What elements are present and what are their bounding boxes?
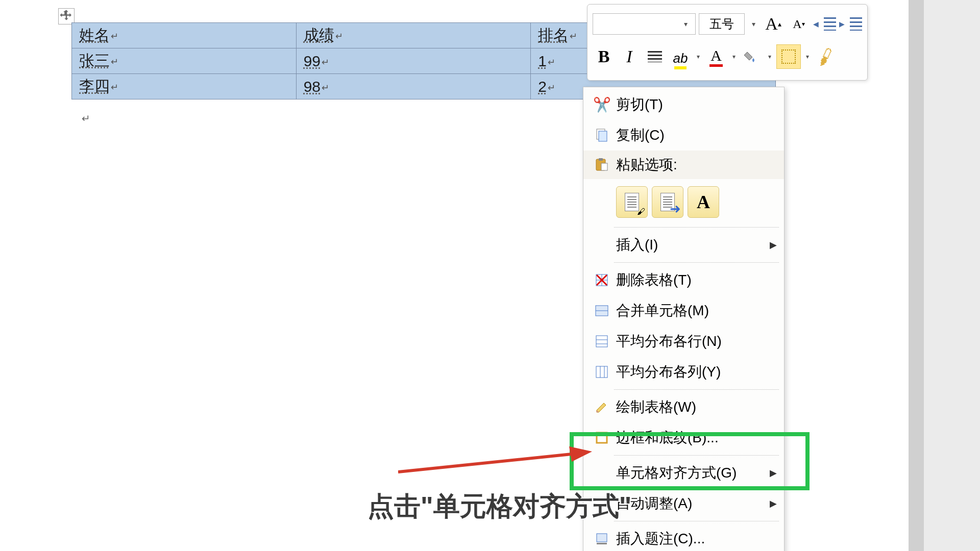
chevron-down-icon[interactable]: ▾ <box>680 20 691 28</box>
scissors-icon: ✂️ <box>587 96 616 113</box>
table-cell: 1 <box>538 53 547 69</box>
paste-keep-source-button[interactable]: 🖌 <box>616 186 648 218</box>
menu-label: 平均分布各列(Y) <box>616 362 777 382</box>
menu-label: 剪切(T) <box>616 95 777 114</box>
chevron-down-icon[interactable]: ▾ <box>730 44 738 69</box>
menu-distribute-rows[interactable]: 平均分布各行(N) <box>583 326 784 357</box>
menu-borders-shading[interactable]: 边框和底纹(B)... <box>583 422 784 453</box>
paragraph-mark: ↵ <box>335 31 343 41</box>
paragraph-mark: ↵ <box>111 31 118 41</box>
svg-rect-21 <box>597 543 607 544</box>
chevron-right-icon: ▶ <box>770 467 777 479</box>
italic-button[interactable]: I <box>618 44 641 69</box>
increase-indent-button[interactable]: ▶ <box>839 11 862 37</box>
distribute-rows-icon <box>587 334 616 348</box>
menu-distribute-cols[interactable]: 平均分布各列(Y) <box>583 357 784 387</box>
menu-insert[interactable]: 插入(I) ▶ <box>583 230 784 260</box>
clipboard-icon <box>587 157 616 172</box>
borders-icon <box>587 431 616 445</box>
paste-text-only-button[interactable]: A <box>688 186 719 218</box>
chevron-right-icon: ▶ <box>770 239 777 251</box>
svg-rect-18 <box>597 433 607 443</box>
shading-button[interactable] <box>741 44 763 69</box>
menu-cell-alignment[interactable]: 单元格对齐方式(G) ▶ <box>583 458 784 488</box>
decrease-indent-button[interactable]: ◀ <box>813 11 836 37</box>
menu-copy[interactable]: 复制(C) <box>583 120 784 151</box>
menu-label: 边框和底纹(B)... <box>616 428 777 447</box>
menu-label: 自动调整(A) <box>616 494 770 513</box>
menu-cut[interactable]: ✂️ 剪切(T) <box>583 89 784 120</box>
font-size-combo[interactable]: 五号 <box>699 13 745 35</box>
merge-cells-icon <box>587 304 616 318</box>
pencil-icon <box>587 400 616 414</box>
svg-rect-3 <box>599 158 603 161</box>
menu-label: 平均分布各行(N) <box>616 332 777 351</box>
table-header-cell: 姓名 <box>79 27 110 43</box>
grow-font-button[interactable]: A▴ <box>762 11 785 37</box>
menu-separator <box>614 455 779 456</box>
copy-icon <box>587 128 616 142</box>
chevron-down-icon[interactable]: ▾ <box>766 44 773 69</box>
menu-separator <box>614 521 779 521</box>
table-cell: 李四 <box>79 78 110 94</box>
chevron-down-icon[interactable]: ▾ <box>804 44 811 69</box>
page-edge-shadow <box>909 0 924 551</box>
menu-label: 单元格对齐方式(G) <box>616 463 770 483</box>
svg-rect-12 <box>596 336 607 347</box>
table-cell: 98 <box>304 78 321 95</box>
chevron-right-icon: ▶ <box>770 498 777 509</box>
menu-delete-table[interactable]: 删除表格(T) <box>583 265 784 295</box>
shrink-font-button[interactable]: A▾ <box>788 11 810 37</box>
svg-rect-15 <box>596 366 607 378</box>
context-menu: ✂️ 剪切(T) 复制(C) 粘贴选项: 🖌 ➜ A 插入(I) ▶ <box>583 87 785 551</box>
paragraph-mark: ↵ <box>82 112 90 124</box>
menu-merge-cells[interactable]: 合并单元格(M) <box>583 295 784 326</box>
menu-separator <box>614 389 779 390</box>
paste-merge-button[interactable]: ➜ <box>652 186 683 218</box>
chevron-down-icon[interactable]: ▾ <box>695 44 702 69</box>
menu-label: 复制(C) <box>616 126 777 145</box>
table-cell: 张三 <box>79 52 110 69</box>
font-color-swatch <box>709 64 723 67</box>
svg-rect-20 <box>597 534 607 542</box>
letter-a-icon: A <box>697 191 710 213</box>
arrow-icon: ➜ <box>670 201 681 217</box>
delete-table-icon <box>587 273 616 287</box>
menu-separator <box>614 262 779 263</box>
table-header-cell: 排名 <box>538 27 569 43</box>
align-center-button[interactable] <box>644 44 666 69</box>
bold-button[interactable]: B <box>593 44 615 69</box>
format-painter-button[interactable]: 🖌 <box>814 44 837 69</box>
menu-label: 粘贴选项: <box>616 155 777 174</box>
paste-options-row: 🖌 ➜ A <box>583 179 784 225</box>
caption-icon <box>587 532 616 546</box>
svg-rect-4 <box>601 163 607 170</box>
font-size-value: 五号 <box>709 16 734 32</box>
paragraph-mark: ↵ <box>570 31 577 41</box>
chevron-down-icon[interactable]: ▾ <box>748 20 759 28</box>
highlight-color-swatch <box>674 66 687 69</box>
menu-label: 插入(I) <box>616 235 770 255</box>
svg-rect-1 <box>599 131 607 141</box>
menu-insert-caption[interactable]: 插入题注(C)... <box>583 523 784 551</box>
menu-separator <box>614 227 779 228</box>
menu-draw-table[interactable]: 绘制表格(W) <box>583 392 784 422</box>
font-name-combo[interactable]: ▾ <box>593 13 696 35</box>
mini-toolbar: ▾ 五号 ▾ A▴ A▾ ◀ ▶ B I ab ▾ A <box>587 4 868 81</box>
table-cell: 99 <box>304 53 321 69</box>
menu-label: 合并单元格(M) <box>616 301 777 320</box>
distribute-cols-icon <box>587 365 616 379</box>
app-background <box>924 0 980 551</box>
table-header-cell: 成绩 <box>304 27 334 43</box>
table-cell: 2 <box>538 78 547 95</box>
menu-label: 删除表格(T) <box>616 270 777 290</box>
menu-label: 插入题注(C)... <box>616 529 777 548</box>
borders-button[interactable] <box>776 44 801 69</box>
highlight-button[interactable]: ab <box>669 44 692 69</box>
menu-label: 绘制表格(W) <box>616 397 777 417</box>
font-color-button[interactable]: A <box>705 44 727 69</box>
menu-paste-options-header: 粘贴选项: <box>583 151 784 179</box>
tutorial-caption: 点击"单元格对齐方式" <box>368 489 631 524</box>
